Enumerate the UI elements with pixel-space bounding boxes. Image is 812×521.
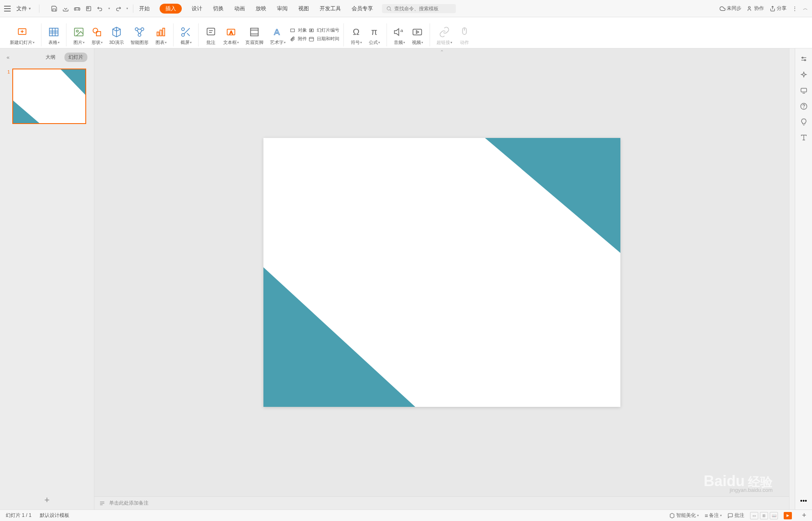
wordart-button[interactable]: A 艺术字▾ (268, 20, 288, 46)
more-icon[interactable]: ⋮ (792, 6, 797, 11)
screenshot-button[interactable]: 截屏▾ (178, 20, 194, 46)
redo-dropdown[interactable]: ▾ (126, 7, 128, 10)
notes-icon (99, 500, 105, 506)
settings-icon[interactable] (800, 56, 807, 63)
chart-button[interactable]: 图表▾ (153, 20, 169, 46)
save-icon[interactable] (51, 5, 57, 12)
video-button[interactable]: 视频▾ (409, 20, 425, 46)
tab-review[interactable]: 审阅 (276, 3, 288, 14)
svg-rect-29 (207, 28, 215, 35)
new-slide-button[interactable]: 新建幻灯片▾ (7, 20, 37, 46)
svg-rect-38 (290, 29, 294, 32)
tab-member[interactable]: 会员专享 (351, 3, 374, 14)
svg-point-17 (93, 28, 98, 33)
svg-rect-15 (75, 28, 83, 36)
undo-dropdown[interactable]: ▾ (108, 7, 110, 10)
annotate-status-button[interactable]: 批注 (727, 512, 744, 519)
tab-transition[interactable]: 切换 (212, 3, 224, 14)
audio-button[interactable]: 音频▾ (391, 20, 407, 46)
tab-animation[interactable]: 动画 (233, 3, 246, 14)
slides-tab[interactable]: 幻灯片 (64, 53, 87, 62)
notes-bar[interactable]: 单击此处添加备注 (94, 496, 789, 510)
view-reading-icon[interactable]: 📖 (770, 512, 778, 519)
symbol-button[interactable]: Ω 符号▾ (348, 20, 364, 46)
chevron-down-icon: ▾ (29, 6, 31, 11)
add-button[interactable]: + (802, 511, 806, 520)
svg-point-20 (141, 28, 144, 31)
table-icon (48, 26, 59, 38)
annotate-button[interactable]: 批注 (203, 20, 219, 46)
collapse-panel-icon[interactable]: « (7, 54, 9, 60)
sync-button[interactable]: 未同步 (720, 5, 741, 12)
shape-button[interactable]: 形状▾ (89, 20, 105, 46)
people-icon (747, 6, 753, 11)
collapse-handle-icon[interactable]: ⌃ (440, 49, 444, 55)
canvas-area: ⌃ Baidu 经验 jingyan.baidu.com 单击此处添加备注 (94, 48, 789, 510)
svg-point-19 (135, 28, 138, 31)
view-sorter-icon[interactable]: ⊞ (760, 512, 768, 519)
equation-button[interactable]: π 公式▾ (366, 20, 382, 46)
print-preview-icon[interactable] (85, 5, 92, 12)
file-label: 文件 (16, 5, 27, 12)
table-button[interactable]: 表格▾ (46, 20, 62, 46)
more-dots-icon[interactable]: ••• (800, 497, 807, 505)
watermark: Baidu 经验 (704, 473, 773, 491)
remarks-button[interactable]: ≡备注▾ (704, 512, 722, 519)
cube-icon (669, 513, 675, 519)
tab-start[interactable]: 开始 (138, 3, 151, 14)
svg-rect-41 (309, 37, 314, 41)
thumb-shape (61, 69, 85, 95)
add-slide-button[interactable]: + (44, 495, 50, 505)
datetime-button[interactable]: 日期和时间 (309, 36, 339, 42)
sparkle-icon[interactable] (800, 71, 807, 79)
slide-number-button[interactable]: #幻灯片编号 (309, 27, 339, 33)
header-footer-button[interactable]: 页眉页脚 (243, 20, 266, 46)
play-button[interactable]: ▶ (784, 512, 792, 519)
vertical-scrollbar[interactable] (789, 48, 795, 510)
tab-view[interactable]: 视图 (297, 3, 310, 14)
tab-insert[interactable]: 插入 (160, 4, 182, 14)
search-input[interactable] (394, 6, 452, 11)
outline-tab[interactable]: 大纲 (41, 53, 59, 62)
separator (430, 23, 430, 46)
new-slide-icon (16, 26, 28, 38)
top-toolbar: 文件 ▾ ▾ ▾ 开始 插入 设计 切换 动画 放映 审阅 视图 开发工具 会员… (0, 0, 812, 17)
export-icon[interactable] (62, 5, 69, 12)
undo-icon[interactable] (97, 5, 103, 12)
bulb-icon[interactable] (800, 118, 807, 126)
separator (387, 23, 387, 46)
svg-point-25 (182, 28, 185, 31)
object-button[interactable]: 对象 (290, 27, 307, 33)
textbox-button[interactable]: A 文本框▾ (221, 20, 241, 46)
slide-thumbnail-1[interactable] (12, 69, 86, 124)
tab-design[interactable]: 设计 (191, 3, 203, 14)
tab-show[interactable]: 放映 (255, 3, 267, 14)
search-box[interactable] (382, 4, 456, 13)
menu-icon[interactable] (4, 6, 11, 11)
slide-canvas[interactable] (263, 138, 620, 407)
picture-icon (73, 26, 85, 38)
monitor-icon[interactable] (800, 87, 807, 94)
thumb-shape (13, 101, 39, 123)
print-icon[interactable] (74, 5, 80, 12)
collapse-ribbon-icon[interactable]: ︿ (803, 5, 808, 12)
main-area: « 大纲 幻灯片 1 + ⌃ (0, 48, 812, 510)
notes-placeholder: 单击此处添加备注 (109, 500, 149, 507)
view-normal-icon[interactable]: ▭ (750, 512, 758, 519)
textbox-icon: A (225, 26, 237, 38)
separator (66, 23, 66, 46)
smartart-button[interactable]: 智能图形 (128, 20, 151, 46)
file-menu[interactable]: 文件 ▾ (13, 3, 34, 14)
text-tool-icon[interactable] (800, 134, 807, 141)
help-icon[interactable] (800, 103, 807, 110)
share-button[interactable]: 分享 (770, 5, 787, 12)
tab-devtools[interactable]: 开发工具 (319, 3, 342, 14)
attachment-button[interactable]: 附件 (290, 36, 307, 42)
3d-button[interactable]: 3D演示 (107, 20, 126, 46)
svg-marker-44 (416, 31, 419, 34)
redo-icon[interactable] (115, 5, 121, 12)
beautify-button[interactable]: 智能美化▾ (669, 512, 699, 519)
picture-button[interactable]: 图片▾ (71, 20, 87, 46)
svg-point-57 (803, 108, 804, 108)
collab-button[interactable]: 协作 (747, 5, 764, 12)
